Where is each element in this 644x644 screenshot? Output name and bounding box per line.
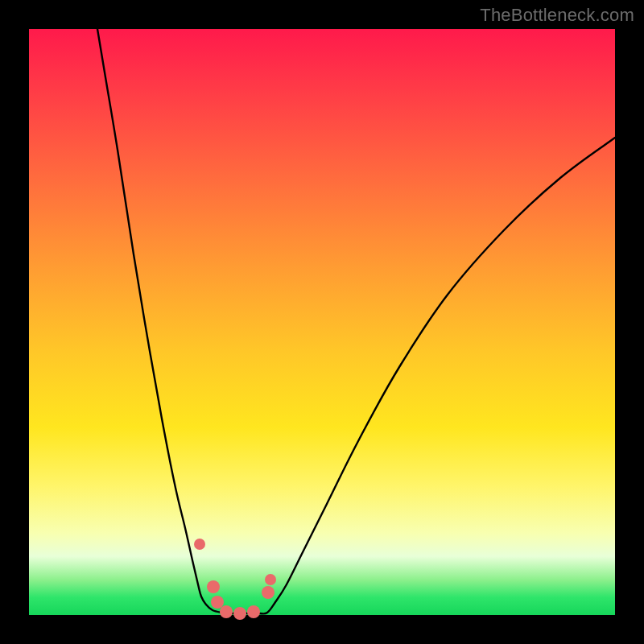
highlight-dot — [194, 539, 205, 550]
highlight-dot — [207, 580, 220, 593]
highlight-dot — [265, 574, 276, 585]
highlight-dot — [211, 596, 224, 609]
bottleneck-curve — [97, 29, 615, 613]
curve-svg — [29, 29, 615, 615]
highlight-dot — [262, 586, 275, 599]
watermark-text: TheBottleneck.com — [480, 5, 634, 26]
plot-area — [29, 29, 615, 615]
highlight-dot — [233, 607, 246, 620]
highlight-dots — [194, 539, 276, 620]
highlight-dot — [220, 605, 233, 618]
highlight-dot — [247, 605, 260, 618]
chart-frame: TheBottleneck.com — [0, 0, 644, 644]
